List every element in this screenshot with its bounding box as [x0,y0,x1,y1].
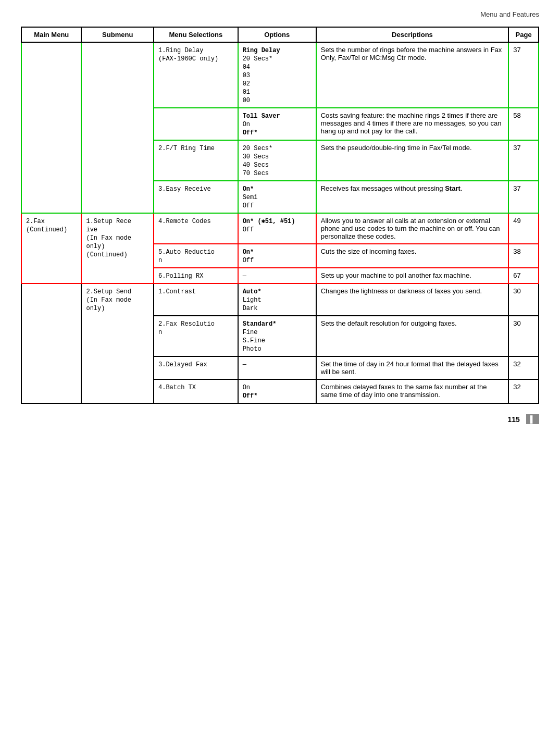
description-cell: Cuts the size of incoming faxes. [316,244,508,268]
page-cell: 58 [508,108,539,140]
options-cell: On*Off [238,244,316,268]
menu-selection-cell: 3.Delayed Fax [154,356,238,379]
col-header-descriptions: Descriptions [316,27,508,42]
options-cell: Ring Delay20 Secs*0403020100 [238,42,316,108]
page-cell: 30 [508,283,539,316]
page-cell: 37 [508,140,539,181]
menu-selection-cell: 1.Ring Delay(FAX-1960C only) [154,42,238,108]
submenu-cell [81,42,154,213]
options-cell: Toll SaverOnOff* [238,108,316,140]
description-cell: Sets the default resolution for outgoing… [316,316,508,356]
page-cell: 37 [508,181,539,213]
menu-selection-cell: 2.Fax Resolution [154,316,238,356]
options-cell: OnOff* [238,379,316,403]
table-row: 2.Setup Send(In Fax modeonly)1.ContrastA… [21,283,539,316]
description-cell: Receives fax messages without pressing S… [316,181,508,213]
page-footer: 115 ▌ [21,414,539,424]
submenu-cell: 2.Setup Send(In Fax modeonly) [81,283,154,403]
description-cell: Sets the pseudo/double-ring time in Fax/… [316,140,508,181]
page-cell: 32 [508,379,539,403]
options-cell: Auto*LightDark [238,283,316,316]
options-cell: On*SemiOff [238,181,316,213]
description-cell: Combines delayed faxes to the same fax n… [316,379,508,403]
page-cell: 37 [508,42,539,108]
main-menu-cell [21,42,81,213]
menu-selection-cell: 6.Polling RX [154,268,238,283]
page-cell: 67 [508,268,539,283]
page-cell: 30 [508,316,539,356]
menu-selection-cell: 4.Remote Codes [154,213,238,244]
description-cell: Sets up your machine to poll another fax… [316,268,508,283]
main-menu-cell: 2.Fax(Continued) [21,213,81,283]
header-title: Menu and Features [480,10,539,18]
page-cell: 49 [508,213,539,244]
page-cell: 32 [508,356,539,379]
menu-selection-cell: 1.Contrast [154,283,238,316]
menu-selection-cell: 3.Easy Receive [154,181,238,213]
menu-selection-cell: 2.F/T Ring Time [154,140,238,181]
options-cell: 20 Secs*30 Secs40 Secs70 Secs [238,140,316,181]
table-row: 1.Ring Delay(FAX-1960C only)Ring Delay20… [21,42,539,108]
options-cell: — [238,268,316,283]
options-cell: On* (✱51, #51)Off [238,213,316,244]
description-cell: Costs saving feature: the machine rings … [316,108,508,140]
menu-selection-cell: 5.Auto Reduction [154,244,238,268]
description-cell: Changes the lightness or darkness of fax… [316,283,508,316]
menu-selection-cell: 4.Batch TX [154,379,238,403]
page-cell: 38 [508,244,539,268]
description-cell: Set the time of day in 24 hour format th… [316,356,508,379]
main-table: Main Menu Submenu Menu Selections Option… [21,27,539,404]
col-header-options: Options [238,27,316,42]
col-header-main-menu: Main Menu [21,27,81,42]
options-cell: — [238,356,316,379]
col-header-page: Page [508,27,539,42]
table-row: 2.Fax(Continued)1.Setup Receive(In Fax m… [21,213,539,244]
description-cell: Allows you to answer all calls at an ext… [316,213,508,244]
description-cell: Sets the number of rings before the mach… [316,42,508,108]
menu-selection-cell [154,108,238,140]
page-number-label: 115 [507,415,519,424]
submenu-cell: 1.Setup Receive(In Fax modeonly)(Continu… [81,213,154,283]
col-header-menu-selections: Menu Selections [154,27,238,42]
main-menu-cell [21,283,81,403]
col-header-submenu: Submenu [81,27,154,42]
page-number-box: ▌ [526,414,539,424]
options-cell: Standard*FineS.FinePhoto [238,316,316,356]
page-header: Menu and Features [21,10,539,18]
